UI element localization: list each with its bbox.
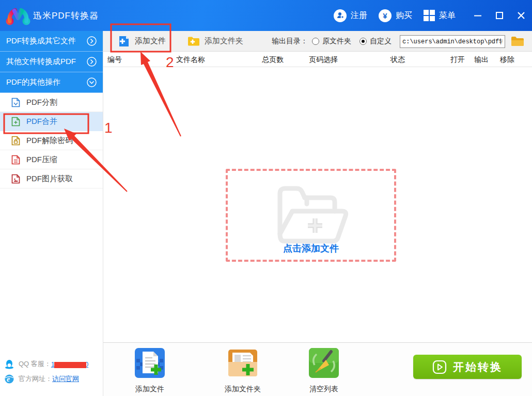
col-header-number: 编号: [107, 52, 122, 67]
register-label: 注册: [351, 10, 367, 21]
start-convert-label: 开始转换: [453, 360, 503, 374]
radio-checked-icon: [359, 38, 367, 45]
sidebar-item-pdf-merge[interactable]: PDF合并: [0, 112, 103, 131]
main-panel: 添加文件 添加文件夹 输出目录： 原文件夹 自定义: [103, 31, 532, 396]
qq-icon: [4, 359, 14, 369]
add-folder-big-icon: [227, 347, 258, 378]
title-bar: 迅米PDF转换器 注册 ¥ 购买 菜单: [0, 0, 532, 31]
pdf-file-icon: [11, 98, 20, 107]
col-header-output: 输出: [474, 52, 489, 67]
file-list-area: 点击添加文件: [103, 67, 532, 342]
minimize-button[interactable]: [467, 0, 489, 31]
yen-icon: ¥: [379, 9, 392, 22]
toolbar: 添加文件 添加文件夹 输出目录： 原文件夹 自定义: [103, 31, 532, 52]
visit-site-link[interactable]: 访问官网: [52, 374, 79, 384]
app-window: 迅米PDF转换器 注册 ¥ 购买 菜单: [0, 0, 532, 396]
app-logo-icon: [4, 5, 31, 26]
radio-unchecked-icon: [312, 38, 319, 45]
sidebar-footer: QQ 客服： 1001000000 e 官方网址： 访问官网: [0, 357, 103, 396]
sidebar-item-label: PDF解除密码: [26, 136, 73, 146]
col-header-total-pages: 总页数: [262, 52, 284, 67]
chevron-right-circle-icon: [87, 36, 97, 46]
qq-service-label: QQ 客服：: [19, 359, 51, 369]
browse-folder-button[interactable]: [510, 35, 525, 47]
pdf-file-icon: [11, 136, 20, 146]
browser-e-icon: e: [4, 374, 14, 384]
start-convert-button[interactable]: 开始转换: [413, 355, 522, 379]
sidebar-item-label: PDF图片获取: [26, 174, 73, 184]
clear-list-big-icon: [308, 347, 339, 378]
add-folder-label: 添加文件夹: [205, 36, 243, 46]
output-path-input[interactable]: [400, 35, 505, 48]
col-header-page-select: 页码选择: [309, 52, 338, 67]
add-file-icon: [118, 35, 130, 47]
register-user-icon: [334, 9, 347, 22]
play-icon: [432, 360, 447, 374]
menu-grid-icon: [424, 10, 435, 21]
bottom-add-file-button[interactable]: [134, 347, 165, 381]
col-header-status: 状态: [390, 52, 405, 67]
col-header-remove: 移除: [500, 52, 514, 67]
buy-button[interactable]: ¥ 购买: [379, 9, 412, 22]
menu-button[interactable]: 菜单: [424, 10, 456, 21]
chevron-down-circle-icon: [87, 77, 97, 87]
add-file-button[interactable]: 添加文件: [118, 35, 166, 47]
menu-label: 菜单: [439, 10, 456, 21]
sidebar-item-label: PDF合并: [26, 117, 57, 126]
add-file-big-icon: [134, 347, 165, 378]
sidebar-category-pdf-other-ops[interactable]: PDF的其他操作: [0, 72, 103, 93]
add-folder-icon: [187, 35, 200, 47]
table-header-row: 编号 文件名称 总页数 页码选择 状态 打开 输出 移除: [103, 52, 532, 67]
open-folder-plus-icon: [270, 184, 352, 246]
bottom-bar: 添加文件 添加文件夹: [103, 342, 532, 396]
add-file-label: 添加文件: [135, 36, 166, 46]
bottom-clear-list-label: 清空列表: [295, 385, 352, 394]
official-site-label: 官方网址：: [19, 374, 52, 384]
col-header-filename: 文件名称: [176, 52, 205, 67]
qq-number-link[interactable]: 1001000000: [51, 360, 88, 368]
radio-custom-folder[interactable]: 自定义: [359, 37, 392, 46]
sidebar: PDF转换成其它文件 其他文件转换成PDF PDF的其他操作 PDF分割 PDF…: [0, 31, 103, 396]
sidebar-category-other-to-pdf[interactable]: 其他文件转换成PDF: [0, 52, 103, 72]
close-button[interactable]: [510, 0, 532, 31]
pdf-file-icon: [11, 155, 20, 165]
bottom-add-file-label: 添加文件: [121, 385, 178, 394]
sidebar-item-pdf-remove-password[interactable]: PDF解除密码: [0, 131, 103, 150]
col-header-open: 打开: [450, 52, 465, 67]
output-dir-label: 输出目录：: [272, 37, 308, 46]
dropzone-label: 点击添加文件: [228, 242, 394, 255]
sidebar-category-pdf-to-other[interactable]: PDF转换成其它文件: [0, 31, 103, 52]
pdf-file-icon: [11, 174, 20, 184]
pdf-file-icon: [11, 117, 20, 126]
app-title: 迅米PDF转换器: [33, 10, 99, 22]
add-folder-button[interactable]: 添加文件夹: [187, 35, 243, 47]
chevron-right-circle-icon: [87, 57, 97, 67]
dropzone-add-files[interactable]: 点击添加文件: [226, 169, 396, 262]
bottom-clear-list-button[interactable]: [308, 347, 339, 381]
bottom-add-folder-button[interactable]: [227, 347, 258, 381]
register-button[interactable]: 注册: [334, 9, 367, 22]
bottom-add-folder-label: 添加文件夹: [214, 385, 271, 394]
redaction-bar: [54, 362, 86, 368]
sidebar-item-pdf-split[interactable]: PDF分割: [0, 93, 103, 112]
buy-label: 购买: [396, 10, 412, 21]
maximize-button[interactable]: [489, 0, 510, 31]
radio-original-folder[interactable]: 原文件夹: [312, 37, 351, 46]
sidebar-item-label: PDF分割: [26, 98, 57, 107]
sidebar-item-label: PDF压缩: [26, 155, 57, 165]
sidebar-item-pdf-extract-images[interactable]: PDF图片获取: [0, 169, 103, 188]
sidebar-item-pdf-compress[interactable]: PDF压缩: [0, 150, 103, 169]
